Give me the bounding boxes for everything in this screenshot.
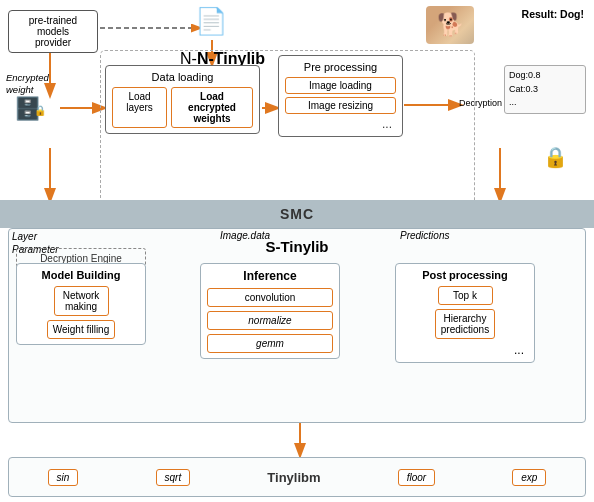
dog-image: 🐕 — [426, 6, 474, 44]
hierarchy-label: Hierarchy predictions — [441, 313, 489, 335]
pretrained-label: pre-trained models provider — [29, 15, 77, 48]
smc-label: SMC — [280, 206, 314, 222]
sqrt-func: sqrt — [156, 469, 191, 486]
inference-title: Inference — [207, 269, 333, 283]
network-making-label: Network making — [63, 290, 100, 312]
image-resizing-box: Image resizing — [285, 97, 396, 114]
load-encrypted-box: Load encrypted weights — [171, 87, 253, 128]
decryption-arrow-label: Decryption — [459, 98, 502, 108]
model-building-title: Model Building — [23, 269, 139, 281]
lock-db-icon: 🔒 — [34, 105, 46, 116]
weight-filling-box: Weight filling — [47, 320, 116, 339]
post-processing-title: Post processing — [402, 269, 528, 281]
decryption-values: Dog:0.8 Cat:0.3 ... — [509, 69, 581, 110]
topk-box: Top k — [438, 286, 493, 305]
data-loading-title: Data loading — [112, 71, 253, 83]
pp-dots: ... — [402, 343, 528, 357]
document-icon: 📄 — [195, 6, 227, 37]
load-encrypted-label: Load encrypted weights — [188, 91, 236, 124]
model-building-inner: Network making Weight filling — [23, 286, 139, 339]
floor-func: floor — [398, 469, 435, 486]
image-data-label: Image.data — [220, 230, 270, 241]
inference-box: Inference convolution normalize gemm — [200, 263, 340, 359]
post-processing-box: Post processing Top k Hierarchy predicti… — [395, 263, 535, 363]
post-processing-inner: Top k Hierarchy predictions ... — [402, 286, 528, 357]
pre-processing-items: Image loading Image resizing ... — [285, 77, 396, 131]
tinylibm-area: sin sqrt Tinylibm floor exp — [8, 457, 586, 497]
pretrained-box: pre-trained models provider — [8, 10, 98, 53]
diagram: pre-trained models provider 📄 🐕 Result: … — [0, 0, 594, 502]
sin-func: sin — [48, 469, 79, 486]
smc-band: SMC — [0, 200, 594, 228]
convolution-box: convolution — [207, 288, 333, 307]
pre-dots: ... — [285, 117, 396, 131]
encrypted-weight-label: Encrypted weight — [6, 72, 49, 97]
inference-inner: convolution normalize gemm — [207, 288, 333, 353]
data-loading-inner: Load layers Load encrypted weights — [112, 87, 253, 128]
model-building-box: Model Building Network making Weight fil… — [16, 263, 146, 345]
load-layers-label: Load layers — [126, 91, 153, 113]
decryption-values-box: Dog:0.8 Cat:0.3 ... — [504, 65, 586, 114]
lock-icon-right: 🔒 — [543, 145, 568, 169]
tinylibm-label: Tinylibm — [267, 470, 320, 485]
data-loading-box: Data loading Load layers Load encrypted … — [105, 65, 260, 134]
normalize-box: normalize — [207, 311, 333, 330]
result-label: Result: Dog! — [522, 8, 584, 20]
exp-func: exp — [512, 469, 546, 486]
gemm-box: gemm — [207, 334, 333, 353]
pre-processing-box: Pre processing Image loading Image resiz… — [278, 55, 403, 137]
load-layers-box: Load layers — [112, 87, 167, 128]
hierarchy-box: Hierarchy predictions — [435, 309, 495, 339]
pre-processing-title: Pre processing — [285, 61, 396, 73]
network-making-box: Network making — [54, 286, 109, 316]
predictions-label: Predictions — [400, 230, 449, 241]
image-loading-box: Image loading — [285, 77, 396, 94]
weight-filling-label: Weight filling — [53, 324, 110, 335]
